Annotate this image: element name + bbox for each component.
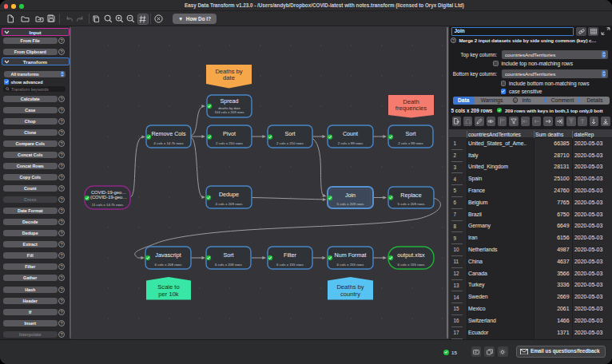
svg-text:Javascript: Javascript xyxy=(155,251,181,259)
svg-text:6 cols x 208 rows: 6 cols x 208 rows xyxy=(215,263,243,267)
svg-text:11 cols x 14.7k rows: 11 cols x 14.7k rows xyxy=(92,203,124,207)
svg-text:per 10k: per 10k xyxy=(158,291,179,298)
svg-text:6 cols x 155 rows: 6 cols x 155 rows xyxy=(276,263,304,267)
svg-text:5 cols x 209 rows: 5 cols x 209 rows xyxy=(398,202,426,206)
svg-text:Num Format: Num Format xyxy=(335,251,367,259)
svg-text:frequencies: frequencies xyxy=(395,105,427,112)
svg-text:Dedupe: Dedupe xyxy=(219,191,239,198)
svg-text:104 cols x 209 rows: 104 cols x 209 rows xyxy=(214,110,244,114)
svg-text:country: country xyxy=(340,291,360,298)
svg-text:Join: Join xyxy=(345,192,356,199)
svg-text:6 cols x 208 rows: 6 cols x 208 rows xyxy=(155,263,183,267)
svg-text:2 cols x 210 rows: 2 cols x 210 rows xyxy=(216,141,244,145)
svg-text:2 cols x 99 rows: 2 cols x 99 rows xyxy=(338,141,364,145)
svg-text:Pivot: Pivot xyxy=(223,130,236,137)
svg-text:Count: Count xyxy=(343,130,358,137)
svg-text:Filter: Filter xyxy=(284,251,297,259)
svg-text:6 cols x 155 rows: 6 cols x 155 rows xyxy=(337,263,365,267)
svg-text:Sort: Sort xyxy=(405,130,415,137)
svg-text:Remove Cols: Remove Cols xyxy=(151,130,186,137)
svg-text:6 cols x 155 rows: 6 cols x 155 rows xyxy=(398,263,426,267)
svg-text:Sort: Sort xyxy=(284,130,295,137)
svg-text:output.xlsx: output.xlsx xyxy=(397,251,425,259)
svg-text:4 cols x 14.7k rows: 4 cols x 14.7k rows xyxy=(153,141,184,145)
svg-text:2 cols x 99 rows: 2 cols x 99 rows xyxy=(398,141,423,145)
svg-text:Spread: Spread xyxy=(220,97,238,105)
svg-text:2 cols x 210 rows: 2 cols x 210 rows xyxy=(276,141,304,145)
svg-text:Replace: Replace xyxy=(400,192,421,199)
svg-text:5 cols x 209 rows: 5 cols x 209 rows xyxy=(337,202,365,206)
svg-text:Sort: Sort xyxy=(223,251,233,259)
svg-text:(COVID-19-geo…: (COVID-19-geo… xyxy=(90,195,127,200)
svg-text:date: date xyxy=(223,74,235,81)
svg-text:4 cols x 209 rows: 4 cols x 209 rows xyxy=(216,202,244,206)
